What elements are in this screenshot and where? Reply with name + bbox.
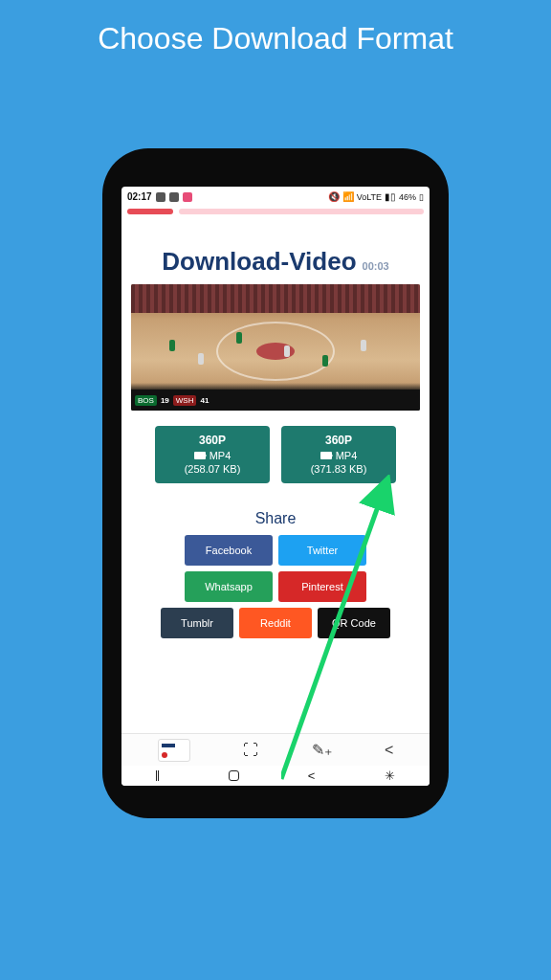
- download-title-row: Download-Video 00:03: [162, 247, 388, 277]
- volte-label: VoLTE: [357, 192, 382, 202]
- bottom-toolbar: ⛶ ✎₊ <: [121, 733, 430, 766]
- scoreboard-team1: BOS: [135, 395, 157, 406]
- share-pinterest-button[interactable]: Pinterest: [278, 571, 366, 602]
- share-row: Whatsapp Pinterest: [131, 571, 420, 602]
- share-tumblr-button[interactable]: Tumblr: [161, 608, 233, 638]
- page-title: Choose Download Format: [0, 0, 551, 56]
- thumbnail-player: [198, 353, 204, 365]
- status-right: 🔇 📶 VoLTE ▮▯ 46% ▯: [328, 191, 424, 202]
- clock-label: 02:17: [127, 191, 152, 202]
- video-thumbnail[interactable]: BOS 19 WSH 41: [131, 284, 420, 411]
- crop-icon[interactable]: ⛶: [243, 742, 258, 759]
- format-type: MP4: [159, 449, 266, 462]
- format-size: (258.07 KB): [159, 462, 266, 476]
- scoreboard-score1: 19: [161, 396, 169, 405]
- progress-bars: [121, 207, 430, 216]
- notif-icon: [156, 192, 165, 202]
- format-type-label: MP4: [336, 449, 358, 462]
- share-icon[interactable]: <: [385, 742, 393, 759]
- wifi-icon: 📶: [342, 191, 354, 202]
- format-size: (371.83 KB): [285, 462, 392, 476]
- app-thumbnail-icon[interactable]: [158, 739, 190, 762]
- format-option-button[interactable]: 360P MP4 (371.83 KB): [281, 426, 396, 483]
- format-type-label: MP4: [209, 449, 231, 462]
- progress-bar: [179, 209, 424, 214]
- format-type: MP4: [285, 449, 392, 462]
- video-duration: 00:03: [363, 260, 389, 272]
- video-icon: [320, 452, 332, 459]
- format-resolution: 360P: [285, 434, 392, 449]
- battery-label: 46%: [399, 192, 416, 202]
- home-button[interactable]: [229, 770, 239, 781]
- scoreboard-team2: WSH: [173, 395, 197, 406]
- scoreboard-score2: 41: [200, 396, 209, 405]
- share-row: Facebook Twitter: [131, 535, 420, 566]
- status-left: 02:17: [127, 191, 192, 202]
- thumbnail-scoreboard: BOS 19 WSH 41: [131, 390, 420, 411]
- thumbnail-crowd: [131, 284, 420, 313]
- thumbnail-court: [131, 313, 420, 390]
- share-label: Share: [255, 510, 297, 527]
- statusbar: 02:17 🔇 📶 VoLTE ▮▯ 46% ▯: [121, 187, 430, 207]
- share-grid: Facebook Twitter Whatsapp Pinterest Tumb…: [131, 535, 420, 644]
- share-qrcode-button[interactable]: QR Code: [318, 608, 390, 638]
- thumbnail-player: [284, 345, 290, 357]
- share-row: Tumblr Reddit QR Code: [131, 608, 420, 638]
- back-button[interactable]: <: [308, 768, 316, 783]
- mute-icon: 🔇: [328, 191, 340, 202]
- format-option-button[interactable]: 360P MP4 (258.07 KB): [155, 426, 270, 483]
- share-twitter-button[interactable]: Twitter: [278, 535, 366, 566]
- download-title: Download-Video: [162, 247, 356, 277]
- notif-icon: [183, 192, 192, 202]
- battery-icon: ▯: [419, 192, 424, 202]
- format-resolution: 360P: [159, 434, 266, 449]
- edit-icon[interactable]: ✎₊: [312, 741, 332, 759]
- thumbnail-player: [169, 340, 175, 351]
- android-nav: < ✳: [121, 766, 430, 786]
- thumbnail-player: [236, 332, 242, 344]
- thumbnail-player: [361, 340, 366, 351]
- accessibility-button[interactable]: ✳: [385, 768, 395, 783]
- progress-bar: [127, 209, 173, 214]
- signal-icon: ▮▯: [385, 191, 396, 202]
- thumbnail-player: [322, 355, 328, 367]
- share-whatsapp-button[interactable]: Whatsapp: [185, 571, 273, 602]
- format-options: 360P MP4 (258.07 KB) 360P MP4 (371.83 KB…: [131, 426, 420, 483]
- phone-frame: 02:17 🔇 📶 VoLTE ▮▯ 46% ▯ Download-Video …: [102, 148, 449, 818]
- share-facebook-button[interactable]: Facebook: [185, 535, 273, 566]
- notif-icon: [169, 192, 179, 202]
- recents-button[interactable]: [156, 770, 159, 781]
- phone-screen: 02:17 🔇 📶 VoLTE ▮▯ 46% ▯ Download-Video …: [121, 187, 430, 786]
- video-icon: [194, 452, 206, 459]
- share-reddit-button[interactable]: Reddit: [239, 608, 312, 638]
- content: Download-Video 00:03 BOS 19 WSH 41: [121, 216, 430, 786]
